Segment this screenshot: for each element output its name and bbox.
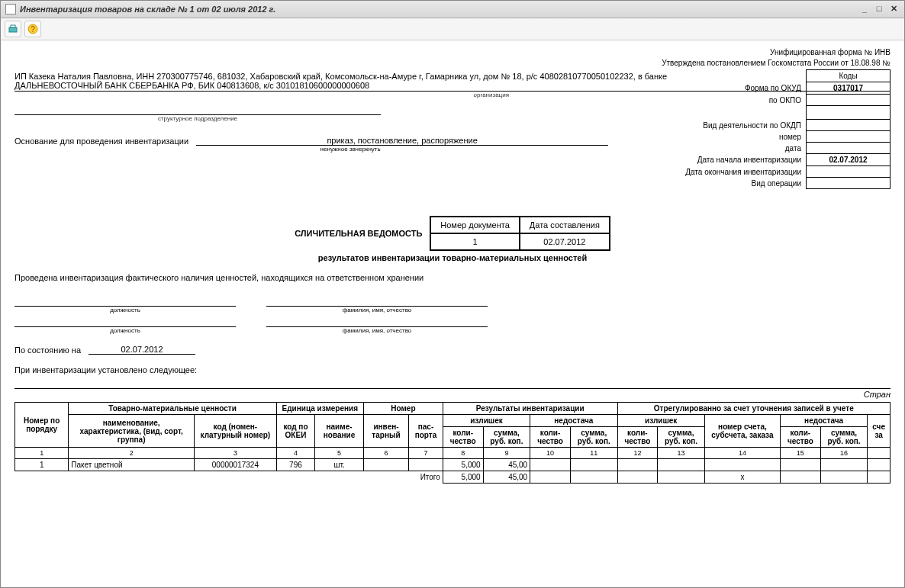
okdp-label: Вид деятельности по ОКДП	[682, 120, 806, 131]
th-tmc: Товарно-материальные ценности	[69, 403, 276, 415]
state-row: По состоянию на 02.07.2012	[14, 345, 891, 355]
inv-start-label: Дата начала инвентаризации	[682, 154, 806, 166]
date-value	[807, 143, 891, 154]
form-header-line1: Унифицированная форма № ИНВ	[14, 48, 891, 56]
doc-date-header: Дата составления	[520, 217, 610, 233]
established-text: При инвентаризации установлено следующее…	[14, 365, 891, 374]
struct-caption: структурное подразделение	[14, 115, 381, 122]
svg-rect-1	[11, 25, 15, 27]
app-window: Инвентаризация товаров на складе № 1 от …	[0, 0, 905, 588]
sig-pos-caption-2: должность	[14, 327, 236, 334]
th-code: код (номен-клатурный номер)	[195, 415, 277, 448]
th-acct: номер счета, субсчета, заказа	[704, 415, 780, 448]
table-row[interactable]: 1 Пакет цветной 00000017324 796 шт. 5,00…	[15, 459, 891, 471]
th-number: Номер	[363, 403, 443, 415]
th-okei: код по ОКЕИ	[276, 415, 314, 448]
basis-value: приказ, постановление, распоряжение	[196, 136, 608, 146]
th-unit-name: наиме-нование	[315, 415, 364, 448]
th-shortage: недостача	[530, 415, 617, 427]
minimize-button[interactable]: _	[858, 3, 871, 15]
th-qty-3: коли-чество	[617, 427, 658, 448]
th-passport: пас-порта	[409, 415, 443, 448]
titlebar: Инвентаризация товаров на складе № 1 от …	[1, 1, 904, 18]
basis-row: Основание для проведения инвентаризации …	[14, 136, 671, 146]
toolbar: ?	[1, 18, 904, 40]
okdp-value	[807, 120, 891, 131]
th-unit: Единица измерения	[276, 403, 363, 415]
th-reg-shortage: недостача	[780, 415, 867, 427]
state-value: 02.07.2012	[89, 345, 195, 355]
th-reg-surplus: излишек	[617, 415, 704, 427]
svg-text:?: ?	[31, 25, 35, 34]
svg-rect-0	[9, 27, 17, 32]
col-number-row: 1 2 3 4 5 6 7 8 9 10 11 12 13 14 15 16	[15, 448, 891, 459]
th-sch: сче за	[868, 415, 891, 448]
th-regulated: Отрегулированно за счет уточнения записе…	[617, 403, 890, 415]
th-qty-1: коли-чество	[443, 427, 483, 448]
op-value	[807, 178, 891, 189]
th-sum-4: сумма, руб. коп.	[820, 427, 868, 448]
window-title: Инвентаризация товаров на складе № 1 от …	[20, 5, 856, 14]
maximize-button[interactable]: □	[873, 3, 885, 15]
num-label: номер	[682, 131, 806, 143]
th-surplus: излишек	[443, 415, 530, 427]
th-inv-num: инвен-тарный	[363, 415, 408, 448]
num-value	[807, 131, 891, 143]
doc-title: СЛИЧИТЕЛЬНАЯ ВЕДОМОСТЬ	[295, 229, 422, 238]
main-table: Номер по порядку Товарно-материальные це…	[14, 402, 891, 484]
doc-date-value: 02.07.2012	[520, 233, 610, 250]
doc-num-header: Номер документа	[430, 217, 520, 233]
doc-num-table: Номер документа Дата составления 1 02.07…	[430, 216, 610, 251]
print-button[interactable]	[5, 21, 21, 37]
state-label: По состоянию на	[14, 345, 81, 355]
okpo-value	[807, 95, 891, 106]
th-num: Номер по порядку	[15, 403, 69, 448]
sig-fio-caption-2: фамилия, имя, отчество	[266, 327, 488, 334]
intro-text: Проведена инвентаризация фактического на…	[14, 273, 891, 282]
doc-subtitle: результатов инвентаризации товарно-матер…	[14, 253, 891, 262]
total-row: Итого 5,000 45,00 х	[15, 471, 891, 484]
form-header-line2: Утверждена постановлением Госкомстата Ро…	[14, 59, 891, 67]
page-label: Стран	[14, 388, 891, 399]
codes-block: Коды Форма по ОКУД0317017 по ОКПО Вид де…	[682, 69, 891, 189]
signature-rows: должность фамилия, имя, отчество должнос…	[14, 296, 488, 334]
op-label: Вид операции	[682, 178, 806, 189]
inv-end-value	[807, 166, 891, 178]
inv-end-label: Дата окончания инвентаризации	[682, 166, 806, 178]
help-button[interactable]: ?	[24, 21, 41, 37]
th-qty-4: коли-чество	[780, 427, 820, 448]
th-sum-2: сумма, руб. коп.	[570, 427, 617, 448]
basis-caption: ненужное зачеркнуть	[30, 146, 701, 153]
basis-label: Основание для проведения инвентаризации	[14, 137, 188, 146]
sig-pos-caption-1: должность	[14, 307, 236, 313]
okpo-label: по ОКПО	[682, 95, 806, 106]
th-name: наименование, характеристика, (вид, сорт…	[69, 415, 195, 448]
struct-line	[14, 104, 381, 115]
doc-num-value: 1	[430, 233, 520, 250]
doc-title-block: СЛИЧИТЕЛЬНАЯ ВЕДОМОСТЬ Номер документа Д…	[14, 216, 891, 251]
okud-label: Форма по ОКУД	[682, 82, 806, 95]
okud-value: 0317017	[807, 82, 891, 95]
th-sum-1: сумма, руб. коп.	[483, 427, 530, 448]
document-area[interactable]: Унифицированная форма № ИНВ Утверждена п…	[1, 40, 904, 587]
inv-start-value: 02.07.2012	[807, 154, 891, 166]
close-button[interactable]: ✕	[887, 3, 900, 15]
org-caption: организация	[14, 92, 509, 98]
document-icon	[5, 4, 16, 14]
date-label: дата	[682, 143, 806, 154]
th-sum-3: сумма, руб. коп.	[658, 427, 705, 448]
codes-header: Коды	[807, 70, 891, 82]
th-inv-results: Результаты инвентаризации	[443, 403, 617, 415]
sig-fio-caption-1: фамилия, имя, отчество	[266, 307, 488, 313]
th-qty-2: коли-чество	[530, 427, 571, 448]
